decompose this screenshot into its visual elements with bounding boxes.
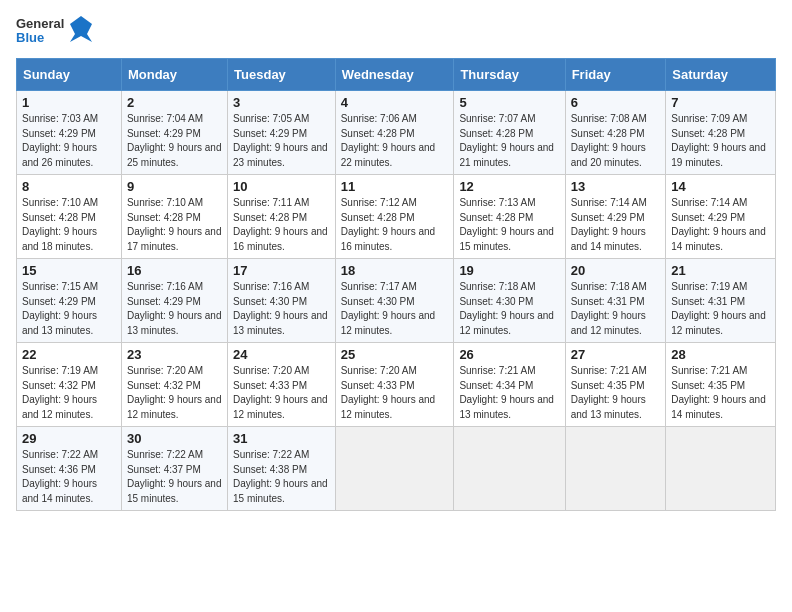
weekday-header: Sunday	[17, 59, 122, 91]
day-number: 22	[22, 347, 116, 362]
calendar-cell: 18Sunrise: 7:17 AMSunset: 4:30 PMDayligh…	[335, 259, 454, 343]
weekday-header: Tuesday	[228, 59, 336, 91]
calendar-cell	[666, 427, 776, 511]
day-info: Sunrise: 7:05 AMSunset: 4:29 PMDaylight:…	[233, 112, 330, 170]
calendar-cell: 31Sunrise: 7:22 AMSunset: 4:38 PMDayligh…	[228, 427, 336, 511]
calendar-week-row: 8Sunrise: 7:10 AMSunset: 4:28 PMDaylight…	[17, 175, 776, 259]
calendar-cell: 5Sunrise: 7:07 AMSunset: 4:28 PMDaylight…	[454, 91, 565, 175]
day-info: Sunrise: 7:22 AMSunset: 4:38 PMDaylight:…	[233, 448, 330, 506]
calendar-cell	[335, 427, 454, 511]
day-info: Sunrise: 7:20 AMSunset: 4:33 PMDaylight:…	[233, 364, 330, 422]
calendar-week-row: 29Sunrise: 7:22 AMSunset: 4:36 PMDayligh…	[17, 427, 776, 511]
weekday-header: Saturday	[666, 59, 776, 91]
day-number: 24	[233, 347, 330, 362]
day-info: Sunrise: 7:10 AMSunset: 4:28 PMDaylight:…	[22, 196, 116, 254]
calendar-cell	[454, 427, 565, 511]
day-info: Sunrise: 7:20 AMSunset: 4:33 PMDaylight:…	[341, 364, 449, 422]
day-info: Sunrise: 7:11 AMSunset: 4:28 PMDaylight:…	[233, 196, 330, 254]
weekday-header: Monday	[121, 59, 227, 91]
calendar-cell: 6Sunrise: 7:08 AMSunset: 4:28 PMDaylight…	[565, 91, 666, 175]
day-number: 14	[671, 179, 770, 194]
day-info: Sunrise: 7:21 AMSunset: 4:35 PMDaylight:…	[571, 364, 661, 422]
day-info: Sunrise: 7:16 AMSunset: 4:30 PMDaylight:…	[233, 280, 330, 338]
day-info: Sunrise: 7:07 AMSunset: 4:28 PMDaylight:…	[459, 112, 559, 170]
day-info: Sunrise: 7:21 AMSunset: 4:35 PMDaylight:…	[671, 364, 770, 422]
calendar-cell: 24Sunrise: 7:20 AMSunset: 4:33 PMDayligh…	[228, 343, 336, 427]
day-number: 13	[571, 179, 661, 194]
logo-blue: Blue	[16, 31, 64, 45]
day-number: 15	[22, 263, 116, 278]
header: General Blue	[16, 16, 776, 46]
day-number: 9	[127, 179, 222, 194]
calendar-cell: 11Sunrise: 7:12 AMSunset: 4:28 PMDayligh…	[335, 175, 454, 259]
svg-marker-0	[70, 16, 92, 42]
day-info: Sunrise: 7:15 AMSunset: 4:29 PMDaylight:…	[22, 280, 116, 338]
calendar-cell: 16Sunrise: 7:16 AMSunset: 4:29 PMDayligh…	[121, 259, 227, 343]
calendar-cell: 4Sunrise: 7:06 AMSunset: 4:28 PMDaylight…	[335, 91, 454, 175]
weekday-header: Wednesday	[335, 59, 454, 91]
day-number: 16	[127, 263, 222, 278]
day-number: 21	[671, 263, 770, 278]
calendar-cell: 2Sunrise: 7:04 AMSunset: 4:29 PMDaylight…	[121, 91, 227, 175]
calendar-cell: 7Sunrise: 7:09 AMSunset: 4:28 PMDaylight…	[666, 91, 776, 175]
calendar-week-row: 22Sunrise: 7:19 AMSunset: 4:32 PMDayligh…	[17, 343, 776, 427]
day-info: Sunrise: 7:10 AMSunset: 4:28 PMDaylight:…	[127, 196, 222, 254]
calendar-cell: 9Sunrise: 7:10 AMSunset: 4:28 PMDaylight…	[121, 175, 227, 259]
day-info: Sunrise: 7:08 AMSunset: 4:28 PMDaylight:…	[571, 112, 661, 170]
weekday-header: Thursday	[454, 59, 565, 91]
day-number: 4	[341, 95, 449, 110]
day-info: Sunrise: 7:06 AMSunset: 4:28 PMDaylight:…	[341, 112, 449, 170]
day-number: 23	[127, 347, 222, 362]
day-number: 29	[22, 431, 116, 446]
day-info: Sunrise: 7:19 AMSunset: 4:31 PMDaylight:…	[671, 280, 770, 338]
day-info: Sunrise: 7:18 AMSunset: 4:31 PMDaylight:…	[571, 280, 661, 338]
calendar-cell: 27Sunrise: 7:21 AMSunset: 4:35 PMDayligh…	[565, 343, 666, 427]
day-number: 10	[233, 179, 330, 194]
day-number: 12	[459, 179, 559, 194]
day-info: Sunrise: 7:09 AMSunset: 4:28 PMDaylight:…	[671, 112, 770, 170]
logo: General Blue	[16, 16, 92, 46]
calendar-week-row: 15Sunrise: 7:15 AMSunset: 4:29 PMDayligh…	[17, 259, 776, 343]
day-info: Sunrise: 7:14 AMSunset: 4:29 PMDaylight:…	[571, 196, 661, 254]
calendar-cell: 23Sunrise: 7:20 AMSunset: 4:32 PMDayligh…	[121, 343, 227, 427]
calendar-cell: 8Sunrise: 7:10 AMSunset: 4:28 PMDaylight…	[17, 175, 122, 259]
day-info: Sunrise: 7:12 AMSunset: 4:28 PMDaylight:…	[341, 196, 449, 254]
day-number: 8	[22, 179, 116, 194]
logo-icon	[70, 16, 92, 46]
day-number: 30	[127, 431, 222, 446]
calendar-week-row: 1Sunrise: 7:03 AMSunset: 4:29 PMDaylight…	[17, 91, 776, 175]
day-number: 2	[127, 95, 222, 110]
calendar-cell: 17Sunrise: 7:16 AMSunset: 4:30 PMDayligh…	[228, 259, 336, 343]
calendar-cell: 13Sunrise: 7:14 AMSunset: 4:29 PMDayligh…	[565, 175, 666, 259]
calendar-cell: 25Sunrise: 7:20 AMSunset: 4:33 PMDayligh…	[335, 343, 454, 427]
day-info: Sunrise: 7:14 AMSunset: 4:29 PMDaylight:…	[671, 196, 770, 254]
calendar-cell: 30Sunrise: 7:22 AMSunset: 4:37 PMDayligh…	[121, 427, 227, 511]
calendar-cell: 3Sunrise: 7:05 AMSunset: 4:29 PMDaylight…	[228, 91, 336, 175]
day-number: 18	[341, 263, 449, 278]
day-number: 1	[22, 95, 116, 110]
day-info: Sunrise: 7:03 AMSunset: 4:29 PMDaylight:…	[22, 112, 116, 170]
calendar-cell: 29Sunrise: 7:22 AMSunset: 4:36 PMDayligh…	[17, 427, 122, 511]
day-number: 6	[571, 95, 661, 110]
day-number: 3	[233, 95, 330, 110]
day-info: Sunrise: 7:22 AMSunset: 4:37 PMDaylight:…	[127, 448, 222, 506]
day-info: Sunrise: 7:17 AMSunset: 4:30 PMDaylight:…	[341, 280, 449, 338]
day-info: Sunrise: 7:18 AMSunset: 4:30 PMDaylight:…	[459, 280, 559, 338]
calendar-table: SundayMondayTuesdayWednesdayThursdayFrid…	[16, 58, 776, 511]
day-number: 20	[571, 263, 661, 278]
day-number: 19	[459, 263, 559, 278]
calendar-cell: 22Sunrise: 7:19 AMSunset: 4:32 PMDayligh…	[17, 343, 122, 427]
logo-general: General	[16, 17, 64, 31]
day-number: 26	[459, 347, 559, 362]
day-number: 31	[233, 431, 330, 446]
day-number: 25	[341, 347, 449, 362]
day-number: 17	[233, 263, 330, 278]
calendar-cell	[565, 427, 666, 511]
calendar-cell: 26Sunrise: 7:21 AMSunset: 4:34 PMDayligh…	[454, 343, 565, 427]
day-number: 5	[459, 95, 559, 110]
day-info: Sunrise: 7:21 AMSunset: 4:34 PMDaylight:…	[459, 364, 559, 422]
day-number: 27	[571, 347, 661, 362]
day-info: Sunrise: 7:13 AMSunset: 4:28 PMDaylight:…	[459, 196, 559, 254]
calendar-cell: 21Sunrise: 7:19 AMSunset: 4:31 PMDayligh…	[666, 259, 776, 343]
calendar-cell: 1Sunrise: 7:03 AMSunset: 4:29 PMDaylight…	[17, 91, 122, 175]
